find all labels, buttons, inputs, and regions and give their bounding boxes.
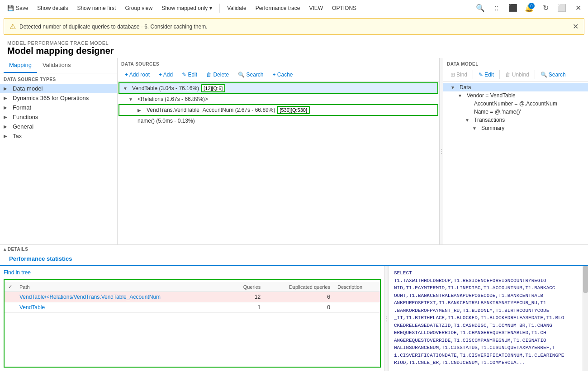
col-header-check: ✓ <box>5 282 16 292</box>
bottom-left: Find in tree ✓ Path Queries Duplicated q… <box>0 266 384 371</box>
expand-arrow-icon: ▶ <box>138 108 145 113</box>
table-row[interactable]: VendTable 1 0 <box>5 302 380 313</box>
expand-arrow-icon: ▶ <box>4 115 11 120</box>
bottom-drag-handle[interactable] <box>384 266 388 371</box>
sidebar-item-label: Format <box>13 104 31 111</box>
dm-item-summary[interactable]: ▼ Summary <box>443 124 588 132</box>
path-link[interactable]: VendTable <box>19 304 45 311</box>
save-button[interactable]: 💾 Save <box>4 3 32 13</box>
cell-check <box>5 292 16 302</box>
middle-panel: DATA SOURCES + Add root + Add ✎ Edit 🗑 D… <box>118 58 440 244</box>
sidebar-item-data-model[interactable]: ▶ Data model <box>0 84 117 93</box>
cell-description <box>334 302 380 313</box>
sidebar-item-general[interactable]: ▶ General <box>0 122 117 131</box>
ds-tree-item-vendtable[interactable]: ▼ VendTable (3.04s - 76.16%) [12][Q:6] <box>119 82 438 94</box>
expand-arrow-icon: ▶ <box>4 96 11 100</box>
ds-tree-item-vendtrans[interactable]: ▶ VendTrans.VendTable_AccountNum (2.67s … <box>119 104 438 116</box>
notification-button[interactable]: 🔔 0 <box>523 2 536 14</box>
ds-item-label: <Relations (2.67s - 66.89%)> <box>138 96 208 102</box>
sidebar-item-tax[interactable]: ▶ Tax <box>0 131 117 141</box>
find-in-tree-link[interactable]: Find in tree <box>4 268 381 277</box>
expand-arrow-icon: ▶ <box>4 105 11 110</box>
col-header-queries: Queries <box>229 282 264 292</box>
col-header-description: Description <box>334 282 380 292</box>
cell-duplicated: 0 <box>264 302 334 313</box>
validate-button[interactable]: Validate <box>223 3 250 13</box>
dm-item-data[interactable]: ▼ Data <box>443 83 588 91</box>
toolbar-separator <box>473 70 473 79</box>
warning-text: Detected number of duplicate queries to … <box>19 24 208 30</box>
unbind-button[interactable]: 🗑 Unbind <box>502 70 533 79</box>
datasource-toolbar: + Add root + Add ✎ Edit 🗑 Delete 🔍 Searc… <box>118 68 439 81</box>
page-header: MODEL PERFORMANCE TRACE MODEL Model mapp… <box>0 37 588 58</box>
apps-icon-button[interactable]: :: <box>490 2 503 14</box>
edit-button[interactable]: ✎ Edit <box>178 70 201 79</box>
show-mapped-only-button[interactable]: Show mapped only ▾ <box>158 3 216 13</box>
maximize-button[interactable]: ⬜ <box>555 2 568 14</box>
delete-button[interactable]: 🗑 Delete <box>203 70 232 79</box>
dm-item-label: Transactions <box>474 117 505 123</box>
sidebar-item-format[interactable]: ▶ Format <box>0 103 117 112</box>
expand-arrow-icon: ▶ <box>4 134 11 139</box>
ds-item-label: VendTrans.VendTable_AccountNum (2.67s - … <box>147 107 275 113</box>
options-button[interactable]: OPTIONS <box>328 3 360 13</box>
search-datasource-button[interactable]: 🔍 Search <box>234 70 267 79</box>
save-icon: 💾 <box>7 5 14 11</box>
sidebar-item-functions[interactable]: ▶ Functions <box>0 112 117 122</box>
search-dm-button[interactable]: 🔍 Search <box>537 70 569 79</box>
show-name-first-button[interactable]: Show name first <box>73 3 119 13</box>
left-panel: Mapping Validations DATA SOURCE TYPES ▶ … <box>0 58 118 244</box>
warning-close-button[interactable]: ✕ <box>573 22 579 31</box>
performance-table-wrapper: ✓ Path Queries Duplicated queries Descri… <box>4 279 381 368</box>
dm-item-accountnumber[interactable]: AccountNumber = @.AccountNum <box>443 100 588 108</box>
office-icon-button[interactable]: ⬛ <box>507 2 519 14</box>
sidebar-item-label: Functions <box>13 114 38 120</box>
scrollbar-thumb[interactable] <box>583 266 588 293</box>
drag-handle[interactable] <box>440 58 443 244</box>
ds-item-label: name() (5.0ms - 0.13%) <box>138 118 195 124</box>
refresh-button[interactable]: ↻ <box>539 2 552 14</box>
scrollbar-track[interactable] <box>583 266 588 371</box>
ds-tree-item-relations[interactable]: ▼ <Relations (2.67s - 66.89%)> <box>118 95 439 103</box>
dm-item-transactions[interactable]: ▼ Transactions <box>443 116 588 124</box>
edit-dm-button[interactable]: ✎ Edit <box>475 70 498 79</box>
dm-item-label: AccountNumber = @.AccountNum <box>474 100 557 107</box>
search-icon: 🔍 <box>541 72 547 78</box>
add-button[interactable]: + Add <box>155 70 176 79</box>
cell-queries: 12 <box>229 292 264 302</box>
toolbar-separator <box>535 70 535 79</box>
performance-trace-button[interactable]: Performance trace <box>252 3 304 13</box>
path-link[interactable]: VendTable/<Relations/VendTrans.VendTable… <box>19 294 161 300</box>
tab-performance-statistics[interactable]: Performance statistics <box>4 253 77 266</box>
dm-item-vendor[interactable]: ▼ Vendor = VendTable <box>443 91 588 100</box>
view-button[interactable]: VIEW <box>305 3 327 13</box>
dm-item-label: Vendor = VendTable <box>467 92 516 99</box>
tab-validations[interactable]: Validations <box>37 58 76 73</box>
col-header-path: Path <box>16 282 229 292</box>
bind-button[interactable]: ⊞ Bind <box>447 70 471 79</box>
group-view-button[interactable]: Group view <box>121 3 156 13</box>
cache-button[interactable]: + Cache <box>269 70 296 79</box>
ds-tree-item-name[interactable]: name() (5.0ms - 0.13%) <box>118 117 439 125</box>
tab-mapping[interactable]: Mapping <box>4 58 37 73</box>
sidebar-item-dynamics365[interactable]: ▶ Dynamics 365 for Operations <box>0 93 117 103</box>
expand-arrow-icon: ▶ <box>4 86 11 91</box>
unbind-icon: 🗑 <box>505 72 511 78</box>
table-row[interactable]: VendTable/<Relations/VendTrans.VendTable… <box>5 292 380 302</box>
cell-path: VendTable/<Relations/VendTrans.VendTable… <box>16 292 229 302</box>
sql-text-panel: SELECT T1.TAXWITHHOLDGROUP,T1.RESIDENCEF… <box>388 266 583 371</box>
warning-banner: ⚠ Detected number of duplicate queries t… <box>4 18 584 35</box>
expand-arrow-icon: ▼ <box>123 86 130 91</box>
datasource-tree: ▼ VendTable (3.04s - 76.16%) [12][Q:6] ▼… <box>118 81 439 244</box>
datasources-label: DATA SOURCES <box>118 58 439 68</box>
expand-arrow-icon: ▼ <box>458 93 465 98</box>
data-model-label: DATA MODEL <box>443 58 588 68</box>
show-details-button[interactable]: Show details <box>33 3 71 13</box>
sidebar-item-label: Tax <box>13 133 22 139</box>
col-header-duplicated: Duplicated queries <box>264 282 334 292</box>
add-root-button[interactable]: + Add root <box>121 70 153 79</box>
search-button[interactable]: 🔍 <box>474 2 487 14</box>
close-button[interactable]: ✕ <box>572 2 584 14</box>
sidebar-item-label: Dynamics 365 for Operations <box>13 95 89 101</box>
dm-item-name[interactable]: Name = @.'name()' <box>443 108 588 116</box>
